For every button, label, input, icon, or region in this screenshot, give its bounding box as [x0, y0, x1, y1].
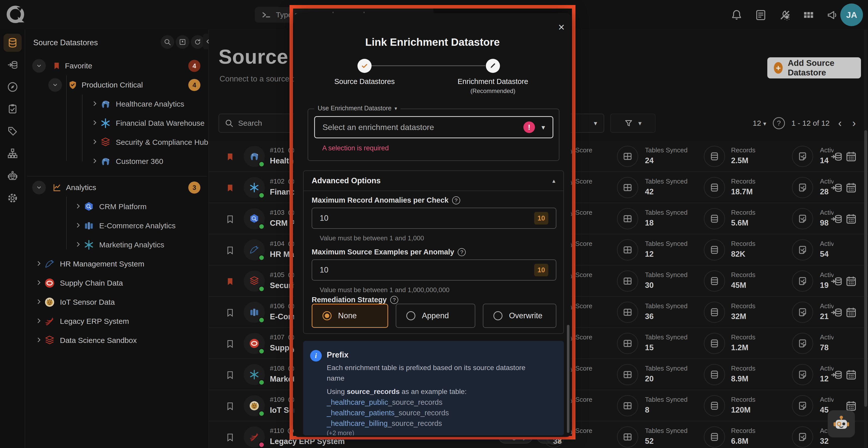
sidebar-refresh-icon[interactable] — [191, 35, 205, 49]
sidebar-item-datastore[interactable]: E-Commerce Analytics — [25, 218, 209, 234]
sidebar-item-datastore[interactable]: Financial Data Warehouse — [25, 115, 209, 131]
sqlserver-icon — [248, 431, 260, 443]
tree-label: Financial Data Warehouse — [116, 119, 205, 128]
theme-toggle-icon[interactable] — [779, 9, 791, 21]
bookmark-icon[interactable] — [225, 182, 235, 194]
add-source-datastore-button[interactable]: + Add Source Datastore — [767, 57, 861, 78]
radio-append[interactable]: Append — [396, 304, 475, 328]
sidebar-item-datastore[interactable]: Legacy ERP System — [25, 313, 209, 329]
bookmark-icon[interactable] — [225, 214, 235, 225]
notifications-bell-icon[interactable] — [731, 9, 743, 21]
bookmark-icon[interactable] — [225, 432, 235, 443]
calendar-icon[interactable] — [845, 213, 858, 225]
bookmark-icon[interactable] — [225, 151, 235, 163]
chevron-down-icon: ▾ — [594, 119, 597, 127]
help-icon[interactable]: ? — [390, 296, 398, 304]
max-anomalies-input[interactable]: 10 10 — [312, 208, 556, 229]
calendar-icon[interactable] — [845, 369, 858, 381]
rail-ingest-icon[interactable] — [3, 56, 22, 74]
chevron-down-icon[interactable] — [32, 59, 46, 73]
sidebar-item-datastore[interactable]: Supply Chain Data — [25, 275, 209, 291]
calendar-icon[interactable] — [845, 181, 858, 194]
tree-label: Marketing Analytics — [99, 241, 164, 249]
step1-label[interactable]: Source Datastores — [314, 77, 415, 86]
chevron-down-icon[interactable] — [32, 181, 46, 194]
favorite-bookmark-icon — [52, 61, 61, 71]
rail-explore-compass-icon[interactable] — [3, 78, 22, 96]
example-table-link[interactable]: _healthcare_billing_source_records — [327, 419, 442, 427]
mysql-icon — [44, 258, 55, 270]
user-avatar[interactable]: JA — [840, 3, 863, 26]
calendar-icon[interactable] — [845, 150, 858, 163]
page-scrollbar[interactable] — [864, 30, 868, 448]
ingest-icon[interactable] — [830, 369, 843, 381]
sidebar-item-datastore[interactable]: Healthcare Analytics — [25, 96, 209, 112]
app-logo-icon[interactable] — [4, 3, 27, 26]
row-id: #107 — [270, 333, 284, 341]
scrollbar-thumb[interactable] — [864, 130, 867, 407]
rail-settings-gear-icon[interactable] — [3, 189, 22, 207]
ingest-icon[interactable] — [830, 306, 843, 319]
sidebar-search-icon[interactable] — [161, 35, 174, 49]
ingest-icon[interactable] — [830, 213, 843, 225]
sidebar-item-datastore[interactable]: Customer 360 — [25, 153, 209, 169]
advanced-options-header[interactable]: Advanced Options ▴ — [304, 171, 563, 191]
page-size-select[interactable]: 12 ▾ — [753, 119, 766, 128]
tables-icon — [617, 364, 638, 385]
tables-icon — [617, 208, 638, 229]
status-dot — [258, 161, 265, 167]
max-examples-input[interactable]: 10 10 — [312, 260, 556, 281]
tables-synced-value: 12 — [645, 250, 687, 259]
chevron-down-icon[interactable] — [48, 78, 62, 92]
sidebar-item-datastore[interactable]: Security & Compliance Hub — [25, 134, 209, 150]
sidebar-item-favorite[interactable]: Favorite 4 — [25, 58, 209, 74]
postgres-icon — [100, 156, 111, 167]
announcements-megaphone-icon[interactable] — [826, 9, 838, 21]
bookmark-icon[interactable] — [225, 370, 235, 381]
bookmark-icon[interactable] — [225, 307, 235, 318]
ingest-icon[interactable] — [830, 181, 843, 194]
sidebar-item-datastore[interactable]: IoT Sensor Data — [25, 294, 209, 310]
assistant-robot-button[interactable] — [828, 410, 855, 438]
sidebar-bookmark-panel-icon[interactable] — [176, 35, 189, 49]
rail-lineage-sitemap-icon[interactable] — [3, 144, 22, 163]
tree-label: CRM Platform — [99, 202, 147, 211]
tables-synced-value: 52 — [645, 437, 687, 446]
sidebar-item-analytics[interactable]: Analytics 3 — [25, 179, 209, 196]
radio-none[interactable]: None — [312, 304, 388, 328]
next-page-button[interactable]: › — [850, 117, 858, 129]
sidebar-item-datastore[interactable]: CRM Platform — [25, 199, 209, 215]
sidebar-item-datastore[interactable]: Marketing Analytics — [25, 237, 209, 253]
help-icon[interactable]: ? — [773, 117, 785, 129]
bookmark-icon[interactable] — [225, 338, 235, 349]
postgres-icon — [248, 150, 260, 162]
sidebar-item-production-critical[interactable]: Production Critical 4 — [25, 77, 209, 93]
calendar-icon[interactable] — [845, 275, 858, 287]
example-table-link[interactable]: _healthcare_patients_source_records — [327, 409, 449, 417]
help-icon[interactable]: ? — [458, 248, 466, 256]
rail-source-datastores-icon[interactable] — [3, 34, 22, 52]
rail-assistant-bot-icon[interactable] — [3, 167, 22, 185]
enrichment-datastore-select[interactable]: Select an enrichment datastore ! ▾ — [314, 116, 553, 138]
modal-scrollbar-thumb[interactable] — [567, 325, 569, 433]
bookmark-icon[interactable] — [225, 401, 235, 412]
ingest-icon[interactable] — [830, 275, 843, 287]
bookmark-icon[interactable] — [225, 245, 235, 256]
sidebar-item-datastore[interactable]: Data Science Sandbox — [25, 332, 209, 348]
bookmark-icon[interactable] — [225, 276, 235, 287]
ingest-icon[interactable] — [830, 150, 843, 163]
example-table-link[interactable]: _healthcare_public_source_records — [327, 398, 442, 407]
calendar-icon[interactable] — [845, 306, 858, 319]
news-feed-icon[interactable] — [755, 9, 767, 21]
apps-grid-icon[interactable] — [803, 9, 815, 21]
rail-checks-clipboard-icon[interactable] — [3, 100, 22, 118]
filter-button[interactable]: ▾ — [610, 114, 655, 133]
radio-overwrite[interactable]: Overwrite — [483, 304, 556, 328]
close-icon[interactable]: × — [555, 22, 567, 34]
records-value: 82K — [731, 250, 755, 259]
sidebar-item-datastore[interactable]: HR Management System — [25, 256, 209, 272]
step2-label[interactable]: Enrichment Datastore — [442, 77, 543, 86]
help-icon[interactable]: ? — [452, 196, 460, 204]
prev-page-button[interactable]: ‹ — [836, 117, 844, 129]
rail-tags-icon[interactable] — [3, 122, 22, 140]
